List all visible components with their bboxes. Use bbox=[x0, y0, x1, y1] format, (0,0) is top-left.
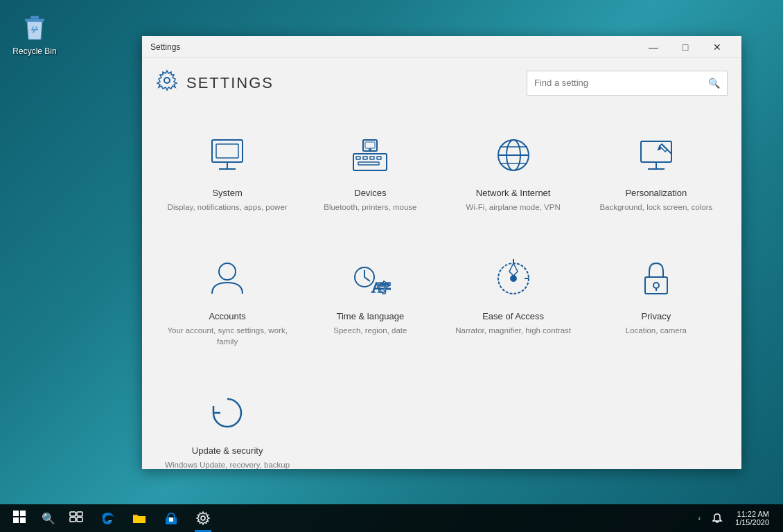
settings-item-system[interactable]: System Display, notifications, apps, pow… bbox=[156, 110, 299, 233]
title-bar-controls: — □ ✕ bbox=[637, 36, 733, 58]
settings-item-time[interactable]: A 字 Time & language Speech, region, date bbox=[299, 233, 441, 368]
search-icon: 🔍 bbox=[708, 78, 720, 89]
maximize-button[interactable]: □ bbox=[669, 36, 701, 58]
time-desc: Speech, region, date bbox=[333, 325, 407, 336]
svg-rect-43 bbox=[70, 512, 76, 516]
svg-rect-44 bbox=[77, 512, 82, 516]
content-area: SETTINGS 🔍 bbox=[142, 58, 741, 469]
accounts-desc: Your account, sync settings, work, famil… bbox=[163, 325, 292, 347]
recycle-bin-icon bbox=[18, 10, 51, 44]
svg-rect-11 bbox=[370, 157, 374, 159]
svg-rect-12 bbox=[377, 157, 381, 159]
clock-time: 11:22 AM1/15/2020 bbox=[735, 510, 769, 526]
recycle-bin[interactable]: Recycle Bin bbox=[7, 7, 62, 60]
svg-rect-39 bbox=[13, 511, 19, 516]
svg-text:字: 字 bbox=[378, 281, 391, 295]
update-name: Update & security bbox=[192, 445, 263, 456]
devices-icon bbox=[346, 131, 394, 179]
settings-item-update[interactable]: Update & security Windows Update, recove… bbox=[156, 368, 299, 469]
recycle-bin-label: Recycle Bin bbox=[12, 46, 56, 56]
taskbar-app-edge[interactable] bbox=[91, 504, 123, 532]
start-icon bbox=[13, 511, 26, 526]
privacy-name: Privacy bbox=[642, 311, 671, 321]
personalization-desc: Background, lock screen, colors bbox=[599, 202, 712, 213]
devices-name: Devices bbox=[354, 188, 386, 198]
settings-item-personalization[interactable]: Personalization Background, lock screen,… bbox=[585, 110, 728, 233]
accounts-name: Accounts bbox=[209, 311, 245, 321]
task-view-button[interactable] bbox=[61, 504, 91, 532]
ease-icon bbox=[489, 254, 538, 303]
privacy-icon bbox=[632, 254, 680, 303]
search-input[interactable] bbox=[534, 78, 708, 88]
settings-header: SETTINGS 🔍 bbox=[156, 58, 728, 110]
update-desc: Windows Update, recovery, backup bbox=[165, 459, 290, 469]
title-bar-text: Settings bbox=[150, 42, 637, 52]
settings-item-ease[interactable]: Ease of Access Narrator, magnifier, high… bbox=[442, 233, 585, 368]
system-icon bbox=[203, 131, 252, 179]
svg-rect-46 bbox=[77, 517, 82, 522]
start-button[interactable] bbox=[3, 504, 36, 532]
close-button[interactable]: ✕ bbox=[701, 36, 733, 58]
settings-item-accounts[interactable]: Accounts Your account, sync settings, wo… bbox=[156, 233, 299, 368]
svg-point-26 bbox=[219, 263, 236, 280]
privacy-desc: Location, camera bbox=[626, 325, 687, 336]
svg-rect-40 bbox=[20, 511, 26, 516]
update-icon bbox=[203, 389, 252, 437]
svg-rect-10 bbox=[363, 157, 367, 159]
taskbar-search[interactable]: 🔍 bbox=[36, 504, 61, 532]
network-icon bbox=[489, 131, 538, 179]
svg-rect-13 bbox=[358, 162, 379, 165]
settings-item-privacy[interactable]: Privacy Location, camera bbox=[585, 233, 728, 368]
svg-rect-41 bbox=[13, 517, 19, 523]
ease-desc: Narrator, magnifier, high contrast bbox=[455, 325, 571, 336]
svg-point-16 bbox=[369, 149, 371, 150]
gear-icon bbox=[156, 69, 178, 96]
svg-rect-48 bbox=[169, 517, 173, 522]
settings-item-network[interactable]: Network & Internet Wi-Fi, airplane mode,… bbox=[442, 110, 585, 233]
taskbar: 🔍 bbox=[0, 504, 783, 532]
system-name: System bbox=[212, 188, 242, 198]
taskbar-clock[interactable]: 11:22 AM1/15/2020 bbox=[730, 504, 775, 532]
taskbar-app-store[interactable] bbox=[155, 504, 187, 532]
ease-name: Ease of Access bbox=[482, 311, 544, 321]
title-bar: Settings — □ ✕ bbox=[142, 36, 741, 58]
task-view-icon bbox=[69, 511, 83, 525]
svg-point-33 bbox=[511, 276, 516, 281]
settings-window: Settings — □ ✕ SETTINGS bbox=[142, 36, 741, 469]
minimize-button[interactable]: — bbox=[637, 36, 669, 58]
svg-rect-1 bbox=[30, 16, 39, 19]
settings-item-devices[interactable]: Devices Bluetooth, printers, mouse bbox=[299, 110, 441, 233]
settings-grid: System Display, notifications, apps, pow… bbox=[156, 110, 728, 469]
svg-rect-15 bbox=[365, 142, 375, 148]
svg-line-29 bbox=[364, 277, 370, 281]
time-icon: A 字 bbox=[346, 254, 394, 303]
svg-point-3 bbox=[164, 78, 170, 83]
svg-rect-42 bbox=[20, 517, 26, 523]
settings-title: SETTINGS bbox=[186, 74, 274, 92]
svg-rect-7 bbox=[216, 144, 238, 158]
notification-center[interactable] bbox=[705, 504, 730, 532]
tray-expand[interactable]: ‹ bbox=[694, 504, 705, 532]
svg-rect-22 bbox=[641, 141, 671, 162]
personalization-name: Personalization bbox=[625, 188, 687, 198]
devices-desc: Bluetooth, printers, mouse bbox=[324, 202, 416, 213]
system-desc: Display, notifications, apps, power bbox=[168, 202, 288, 213]
svg-rect-0 bbox=[25, 19, 44, 21]
settings-title-area: SETTINGS bbox=[156, 69, 274, 96]
svg-point-37 bbox=[653, 283, 659, 288]
system-tray: ‹ 11:22 AM1/15/2020 bbox=[694, 504, 780, 532]
search-box[interactable]: 🔍 bbox=[527, 71, 728, 96]
network-desc: Wi-Fi, airplane mode, VPN bbox=[466, 202, 561, 213]
svg-point-49 bbox=[201, 516, 205, 520]
svg-rect-45 bbox=[70, 517, 76, 522]
taskbar-app-explorer[interactable] bbox=[123, 504, 155, 532]
personalization-icon bbox=[632, 131, 680, 179]
accounts-icon bbox=[203, 254, 252, 303]
taskbar-search-icon: 🔍 bbox=[42, 512, 55, 525]
time-name: Time & language bbox=[336, 311, 404, 321]
network-name: Network & Internet bbox=[476, 188, 551, 198]
desktop: Recycle Bin Settings — □ ✕ bbox=[0, 0, 783, 532]
svg-rect-36 bbox=[645, 277, 667, 294]
taskbar-app-settings[interactable] bbox=[187, 504, 219, 532]
taskbar-apps bbox=[91, 504, 219, 532]
